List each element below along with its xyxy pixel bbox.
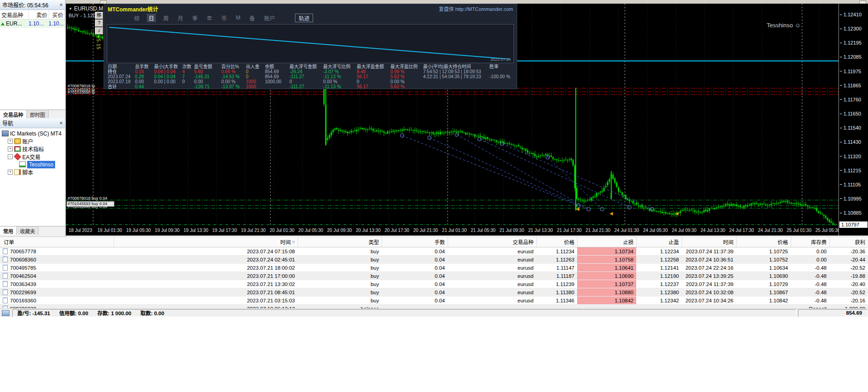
mtc-tab-季[interactable]: 季 [190, 14, 200, 22]
mtc-tab-日[interactable]: 日 [147, 14, 156, 22]
time-label: 25 Jul 05:30 [815, 228, 840, 233]
mtc-tab-币[interactable]: 币 [219, 14, 229, 22]
order-doc-icon [3, 265, 8, 271]
expand-icon[interactable]: + [8, 139, 13, 144]
mtc-track-button[interactable]: 轨迹 [295, 14, 313, 22]
candle-body [91, 33, 92, 34]
table-row[interactable]: 7006577782023.07.24 07:15:08buy0.04eurus… [0, 247, 868, 256]
header-label: 时间 [723, 238, 733, 246]
history-col-3[interactable]: 手数 [382, 237, 448, 247]
tab-common[interactable]: 常用 [0, 226, 17, 235]
history-col-2[interactable]: 类型 [298, 237, 382, 247]
col-bid[interactable]: 卖价 [29, 10, 49, 19]
history-rows: 7006577782023.07.24 07:15:08buy0.04eurus… [0, 247, 868, 313]
mtc-tab-M[interactable]: M [234, 14, 242, 21]
cell: eurusd [448, 256, 536, 263]
candle-body [703, 210, 705, 212]
mtc-tab-周[interactable]: 周 [161, 14, 170, 22]
col-ask[interactable]: 买价 [49, 10, 65, 19]
table-row[interactable]: 7002296992023.07.21 08:45:01buy0.04eurus… [0, 288, 868, 297]
ea-watermark: Tesshinso ☺ [767, 22, 801, 29]
candle-body [445, 132, 447, 132]
history-col-9[interactable]: 价格 [736, 237, 791, 247]
market-watch-tabs: 交易品种 即时图 [0, 110, 65, 118]
cell: 700169360 [0, 297, 114, 304]
expand-icon[interactable]: + [8, 146, 13, 151]
candle-body [680, 211, 681, 213]
close-icon[interactable]: × [60, 121, 63, 126]
cell: 1.10690 [736, 272, 791, 280]
candle-body [329, 135, 330, 138]
candle-body [431, 132, 432, 133]
tab-symbols[interactable]: 交易品种 [0, 110, 27, 118]
mtc-title: MTCommander统计 [108, 5, 158, 13]
history-col-7[interactable]: 止盈 [636, 237, 682, 247]
candle-body [516, 146, 518, 146]
history-col-10[interactable]: 库存费 [791, 237, 829, 247]
tree-item-账户[interactable]: +账户 [0, 137, 65, 145]
tick-mark [840, 184, 842, 185]
tab-favorites[interactable]: 收藏夹 [17, 226, 39, 235]
stat-cell: -26.24 [289, 69, 323, 74]
tree-item-脚本[interactable]: +脚本 [0, 168, 65, 176]
cell: 0.04 [382, 264, 448, 271]
move-button[interactable]: 移 [95, 12, 103, 19]
cell: 0.00 [791, 247, 829, 255]
candle-body [440, 132, 441, 134]
expand-icon[interactable]: + [8, 170, 13, 175]
chart-symbol-label[interactable]: ▼ EURUSD,M15 [69, 5, 109, 12]
stat-header: 百分比% [221, 64, 246, 69]
tree-label: 账户 [22, 137, 33, 145]
candle-body [380, 131, 381, 132]
candle-body [816, 208, 818, 211]
mtc-tab-年[interactable]: 年 [205, 14, 214, 22]
candle-body [771, 204, 772, 205]
table-row[interactable]: 7003634392023.07.21 13:30:02buy0.04eurus… [0, 280, 868, 288]
cell: 2023.07.24 13:39:25 [682, 272, 736, 280]
tree-item-EA交易[interactable]: -EA交易 [0, 153, 65, 161]
candle-body [384, 131, 385, 133]
buy-line-label: #701033690 buy 0.04 [68, 204, 107, 209]
history-col-4[interactable]: 交易品种 [448, 237, 536, 247]
table-row[interactable]: 7004957852023.07.21 18:00:02buy0.04eurus… [0, 264, 868, 272]
candle-body [407, 129, 409, 130]
close-icon[interactable]: × [60, 3, 63, 7]
candle-body [780, 202, 781, 203]
check-button[interactable]: √ [95, 27, 103, 35]
candle-body [733, 204, 734, 206]
tree-item-Tesshinso[interactable]: Tesshinso [0, 161, 65, 168]
expand-icon[interactable]: - [8, 154, 13, 159]
history-col-5[interactable]: 价格 [536, 237, 577, 247]
history-col-11[interactable]: 获利 [829, 237, 868, 247]
mtc-tab-综[interactable]: 综 [132, 14, 141, 22]
stat-cell: 1000 [246, 79, 265, 84]
mtc-brand-link[interactable]: 复盘侠 http://MTCommander.com [439, 5, 513, 12]
history-col-6[interactable]: 止损 [577, 237, 636, 247]
candle-body [580, 200, 581, 200]
mtc-tab-月[interactable]: 月 [176, 14, 185, 22]
table-row[interactable]: 7006083602023.07.24 02:45:01buy0.04eurus… [0, 256, 868, 264]
candle-body [333, 130, 334, 132]
col-symbol[interactable]: 交易品种 [0, 10, 29, 19]
stat-cell: 0.44 [135, 84, 154, 89]
table-row[interactable]: 7004625042023.07.21 17:00:00buy0.04eurus… [0, 272, 868, 280]
header-label: 止盈 [668, 238, 679, 246]
history-col-0[interactable]: 订单 [0, 237, 114, 247]
cell: 0.04 [382, 272, 448, 280]
help-button[interactable]: ? [95, 20, 103, 27]
symbol-row-eurusd[interactable]: EUR... 1.10... 1.10... [0, 20, 65, 28]
candle-body [398, 130, 399, 131]
tree-item-IC Markets (SC) MT4[interactable]: IC Markets (SC) MT4 [0, 130, 65, 137]
candle-body [776, 203, 778, 203]
tree-item-技术指标[interactable]: +技术指标 [0, 145, 65, 153]
tab-tick-chart[interactable]: 即时图 [27, 110, 49, 118]
mtc-tab-账户[interactable]: 账户 [262, 14, 277, 22]
mtc-tab-备[interactable]: 备 [248, 14, 257, 22]
tick-mark [840, 99, 842, 100]
candle-body [738, 206, 739, 206]
history-col-8[interactable]: 时间 [682, 237, 736, 247]
cell: -0.48 [791, 288, 829, 296]
history-col-1[interactable]: 时间▽ [114, 237, 298, 247]
time-label: 24 Jul 09:30 [672, 228, 697, 233]
table-row[interactable]: 7001693602023.07.21 03:15:03buy0.04eurus… [0, 297, 868, 305]
